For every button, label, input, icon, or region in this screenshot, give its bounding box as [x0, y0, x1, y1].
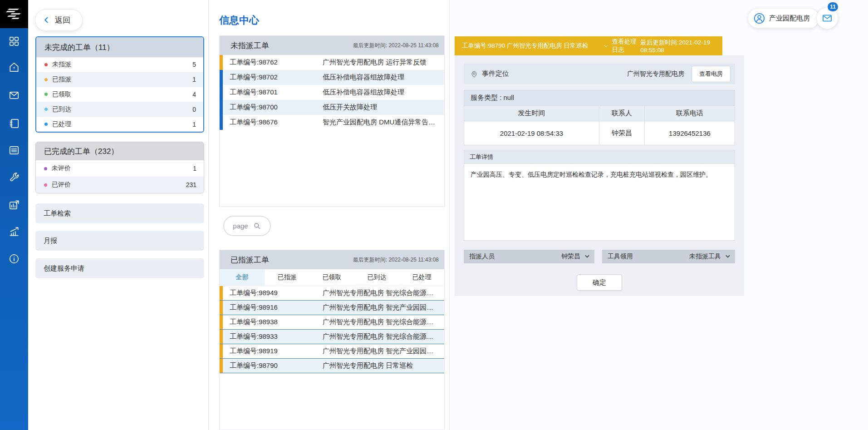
- trend-icon[interactable]: [8, 225, 20, 238]
- tool-requisition-bar[interactable]: 工具领用 未指派工具: [602, 250, 735, 263]
- tab-claimed[interactable]: 已领取: [309, 269, 354, 286]
- tab-all[interactable]: 全部: [220, 269, 265, 286]
- status-row-processed[interactable]: 已处理 1: [36, 117, 203, 132]
- back-button[interactable]: 返回: [35, 9, 83, 31]
- work-order-row[interactable]: 工单编号:98701 低压补偿电容器组故障处理: [220, 85, 444, 100]
- menu-item-create-service-request[interactable]: 创建服务申请: [35, 258, 204, 278]
- work-order-row[interactable]: 工单编号:98700 低压开关故障处理: [220, 100, 444, 115]
- brand-logo[interactable]: [0, 0, 28, 28]
- col-header-contact: 联系人: [599, 106, 644, 121]
- info-icon[interactable]: [8, 252, 20, 265]
- order-details-block: 工单详情 产业园高压、专变、低压电房定时巡检检查记录，充电桩充电站巡视检查，园区…: [464, 150, 735, 241]
- status-row-claimed[interactable]: 已领取 4: [36, 87, 203, 102]
- status-count: 1: [192, 121, 196, 128]
- chevron-down-icon: [584, 254, 590, 259]
- work-order-number: 工单编号:98916: [230, 303, 323, 312]
- tab-processed[interactable]: 已处理: [399, 269, 444, 286]
- work-order-row[interactable]: 工单编号:98933 广州智光专用配电房 智光综合能源产业…: [220, 330, 444, 344]
- work-order-row[interactable]: 工单编号:98938 广州智光专用配电房 智光综合能源产业…: [220, 315, 444, 330]
- status-count: 231: [186, 181, 196, 188]
- status-row-unassigned[interactable]: 未指派 5: [36, 57, 203, 72]
- menu-item-order-search[interactable]: 工单检索: [35, 203, 204, 223]
- work-order-number: 工单编号:98702: [230, 73, 323, 82]
- report-icon[interactable]: [8, 198, 20, 211]
- work-order-row[interactable]: 工单编号:98919 广州智光专用配电房 智光产业园园区巡…: [220, 344, 444, 359]
- work-order-desc: 广州智光专用配电房 日常巡检: [323, 361, 444, 370]
- messages-icon[interactable]: [8, 89, 20, 102]
- status-dot: [44, 63, 48, 66]
- user-account-button[interactable]: 产业园配电房: [748, 8, 819, 28]
- page-search[interactable]: page: [223, 216, 271, 236]
- detail-header-title: 工单编号:98790 广州智光专用配电房 日常巡检: [462, 42, 588, 50]
- status-count: 0: [192, 106, 196, 113]
- work-order-desc: 低压开关故障处理: [323, 103, 444, 112]
- assigned-panel-updated: 最后更新时间: 2022-08-25 11:43:08: [353, 256, 439, 264]
- work-order-row[interactable]: 工单编号:98676 智光产业园配电房 DMU通信异常告警 …: [220, 115, 444, 130]
- mail-icon: [822, 13, 833, 24]
- work-order-desc: 广州智光专用配电房 智光产业园园区巡…: [323, 347, 444, 356]
- priority-bar: [220, 115, 223, 130]
- confirm-button[interactable]: 确定: [577, 274, 622, 291]
- status-label: 已处理: [52, 120, 71, 129]
- notebook-icon[interactable]: [8, 117, 20, 130]
- tab-arrived[interactable]: 已到达: [354, 269, 399, 286]
- page-search-label: page: [233, 222, 248, 230]
- assigned-person-value: 钟荣昌: [561, 252, 580, 261]
- work-order-number: 工单编号:98933: [230, 332, 323, 341]
- service-type-label: 服务类型 : null: [464, 90, 735, 105]
- priority-bar: [220, 359, 223, 373]
- unassigned-panel-header: 未指派工单 最后更新时间: 2022-08-25 11:43:08: [220, 36, 444, 55]
- event-location-value: 广州智光专用配电房: [627, 70, 684, 78]
- view-log-link[interactable]: 查看处理日志: [603, 38, 640, 54]
- wrench-icon[interactable]: [8, 171, 20, 183]
- mail-badge: 11: [827, 1, 839, 12]
- status-dot: [44, 183, 47, 187]
- status-row-rated[interactable]: 已评价 231: [36, 177, 204, 193]
- finished-orders-title: 已完成的工单（232）: [36, 142, 204, 160]
- event-location-label: 事件定位: [482, 69, 509, 78]
- menu-item-monthly-report[interactable]: 月报: [35, 231, 204, 251]
- back-label: 返回: [55, 15, 70, 25]
- work-order-row[interactable]: 工单编号:98949 广州智光专用配电房 智光综合能源产业…: [220, 286, 444, 301]
- work-order-row[interactable]: 工单编号:98916 广州智光专用配电房 智光产业园园区巡…: [220, 301, 444, 315]
- page-title: 信息中心: [219, 14, 259, 27]
- status-dot: [44, 93, 48, 96]
- tab-assigned[interactable]: 已指派: [265, 269, 309, 286]
- assigned-person-label: 指派人员: [469, 252, 495, 261]
- status-label: 已领取: [52, 90, 71, 99]
- assigned-person-bar[interactable]: 指派人员 钟荣昌: [464, 250, 594, 263]
- work-order-desc: 广州智光专用配电房 智光综合能源产业…: [323, 332, 444, 341]
- work-order-number: 工单编号:98676: [230, 118, 323, 127]
- work-order-number: 工单编号:98919: [230, 347, 323, 356]
- order-details-label: 工单详情: [464, 150, 735, 163]
- work-order-number: 工单编号:98762: [230, 58, 323, 67]
- service-info-block: 服务类型 : null 发生时间 联系人 联系电话 2021-02-19 08:…: [464, 90, 735, 145]
- home-icon[interactable]: [8, 61, 20, 74]
- priority-bar: [220, 70, 223, 85]
- apps-icon[interactable]: [8, 35, 20, 48]
- sidebar-rail: [0, 0, 28, 430]
- unassigned-orders-panel: 未指派工单 最后更新时间: 2022-08-25 11:43:08 工单编号:9…: [219, 35, 445, 207]
- map-pin-icon: [470, 70, 478, 78]
- work-order-desc: 低压补偿电容器组故障处理: [323, 88, 444, 97]
- status-count: 4: [192, 91, 196, 98]
- unfinished-orders-card: 未完成的工单（11） 未指派 5 已指派 1 已领取 4 已到达 0: [35, 36, 204, 133]
- status-label: 已到达: [52, 105, 71, 114]
- order-details-text: 产业园高压、专变、低压电房定时巡检检查记录，充电桩充电站巡视检查，园区维护。: [464, 163, 735, 241]
- status-row-arrived[interactable]: 已到达 0: [36, 102, 203, 117]
- work-order-number: 工单编号:98938: [230, 318, 323, 326]
- work-order-row-selected[interactable]: 工单编号:98790 广州智光专用配电房 日常巡检: [220, 359, 444, 373]
- unfinished-orders-title: 未完成的工单（11）: [36, 37, 203, 57]
- priority-bar: [220, 286, 223, 300]
- status-dot: [44, 108, 48, 111]
- list-icon[interactable]: [8, 144, 20, 157]
- status-row-assigned[interactable]: 已指派 1: [36, 72, 203, 87]
- view-room-button[interactable]: 查看电房: [691, 66, 731, 82]
- work-order-row[interactable]: 工单编号:98702 低压补偿电容器组故障处理: [220, 70, 444, 85]
- status-row-unrated[interactable]: 未评价 1: [36, 160, 204, 177]
- assigned-orders-panel: 已指派工单 最后更新时间: 2022-08-25 11:43:08 全部 已指派…: [219, 250, 445, 430]
- logo-icon: [5, 7, 23, 21]
- work-order-row[interactable]: 工单编号:98762 广州智光专用配电房 运行异常反馈: [220, 55, 444, 70]
- contact-value: 钟荣昌: [599, 121, 644, 145]
- user-name: 产业园配电房: [769, 14, 810, 23]
